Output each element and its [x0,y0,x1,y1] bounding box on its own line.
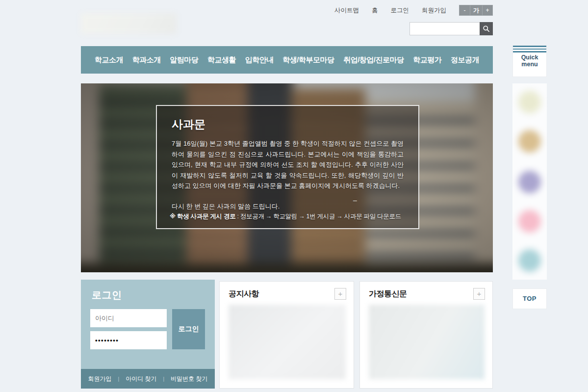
font-size-control: - 가 + [459,5,493,16]
search-icon [483,25,490,32]
newsletter-board-content-blur [369,305,485,379]
login-panel: 로그인 로그인 회원가입 | 아이디 찾기 | 비밀번호 찾기 [81,280,215,389]
apology-file-path: ※ 학생 사과문 게시 경로 : 정보공개 → 학교알림 → 1번 게시글 → … [170,212,413,221]
login-title: 로그인 [92,288,122,302]
scroll-to-top-button[interactable]: TOP [512,288,547,309]
notice-board-title: 공지사항 [229,289,259,299]
apology-signature-dash: – [353,196,357,204]
utility-bar: 사이트맵 홈 로그인 회원가입 - 가 + [334,5,493,16]
utility-link-home[interactable]: 홈 [372,6,378,15]
apology-path-label: ※ 학생 사과문 게시 경로 [170,213,235,220]
utility-link-login[interactable]: 로그인 [391,6,409,15]
nav-item-info-disclosure[interactable]: 정보공개 [451,55,479,65]
nav-item-school-life[interactable]: 학교생활 [207,55,236,65]
login-footer-separator: | [163,376,165,382]
quick-item-2-icon[interactable] [518,130,541,153]
join-link[interactable]: 회원가입 [88,375,112,383]
notice-board-content-blur [229,305,346,379]
login-footer-separator: | [118,376,120,382]
hero-banner: 사과문 7월 16일(월) 본교 3학년 졸업앨범 촬영 중 한 학생이 적절하… [81,83,493,272]
find-id-link[interactable]: 아이디 찾기 [126,375,156,383]
search-button[interactable] [480,22,493,35]
utility-link-join[interactable]: 회원가입 [422,6,446,15]
font-size-increase-button[interactable]: + [482,5,492,15]
nav-item-evaluation[interactable]: 학교평가 [413,55,441,65]
nav-item-career[interactable]: 취업/창업/진로마당 [343,55,404,65]
quick-menu-label-line1: Quick [513,54,546,61]
quick-menu-strip [512,83,547,280]
nav-item-admissions[interactable]: 입학안내 [245,55,274,65]
notice-board-more-button[interactable]: + [334,288,346,300]
nav-item-dept-intro[interactable]: 학과소개 [132,55,161,65]
notice-board: 공지사항 + [219,281,354,389]
school-logo[interactable] [81,13,177,34]
quick-item-1-icon[interactable] [518,91,541,113]
search-bar [409,22,493,35]
newsletter-board-title: 가정통신문 [369,289,407,299]
font-size-label[interactable]: 가 [470,5,482,15]
quick-item-4-icon[interactable] [518,210,541,233]
newsletter-board-more-button[interactable]: + [473,288,485,300]
login-password-input[interactable] [90,331,167,349]
hamburger-icon [513,46,546,52]
search-input[interactable] [409,22,480,35]
apology-body: 7월 16일(월) 본교 3학년 졸업앨범 촬영 중 한 학생이 적절하지 않은… [172,138,404,191]
quick-item-5-icon[interactable] [518,249,541,272]
apology-notice: 사과문 7월 16일(월) 본교 3학년 졸업앨범 촬영 중 한 학생이 적절하… [156,105,419,229]
login-id-input[interactable] [90,309,167,327]
apology-path-steps: : 정보공개 → 학교알림 → 1번 게시글 → 사과문 파일 다운로드 [235,213,401,220]
font-size-decrease-button[interactable]: - [460,5,470,15]
apology-title: 사과문 [172,117,404,132]
utility-link-sitemap[interactable]: 사이트맵 [334,6,359,15]
quick-menu-toggle[interactable]: Quick menu [512,45,547,77]
nav-item-notice-plaza[interactable]: 알림마당 [170,55,198,65]
nav-item-school-intro[interactable]: 학교소개 [95,55,123,65]
apology-closing: 다시 한 번 깊은 사과의 말씀 드립니다. [172,202,404,211]
login-submit-button[interactable]: 로그인 [172,309,205,349]
quick-item-3-icon[interactable] [518,171,541,193]
newsletter-board: 가정통신문 + [359,281,493,389]
find-password-link[interactable]: 비밀번호 찾기 [171,375,207,383]
page: 사이트맵 홈 로그인 회원가입 - 가 + 학교소개 학과소개 알림마당 학교생… [0,0,588,392]
nav-item-student-parent[interactable]: 학생/학부모마당 [282,55,334,65]
main-nav: 학교소개 학과소개 알림마당 학교생활 입학안내 학생/학부모마당 취업/창업/… [81,46,493,74]
quick-menu-label-line2: menu [513,61,546,68]
login-footer: 회원가입 | 아이디 찾기 | 비밀번호 찾기 [81,369,215,389]
